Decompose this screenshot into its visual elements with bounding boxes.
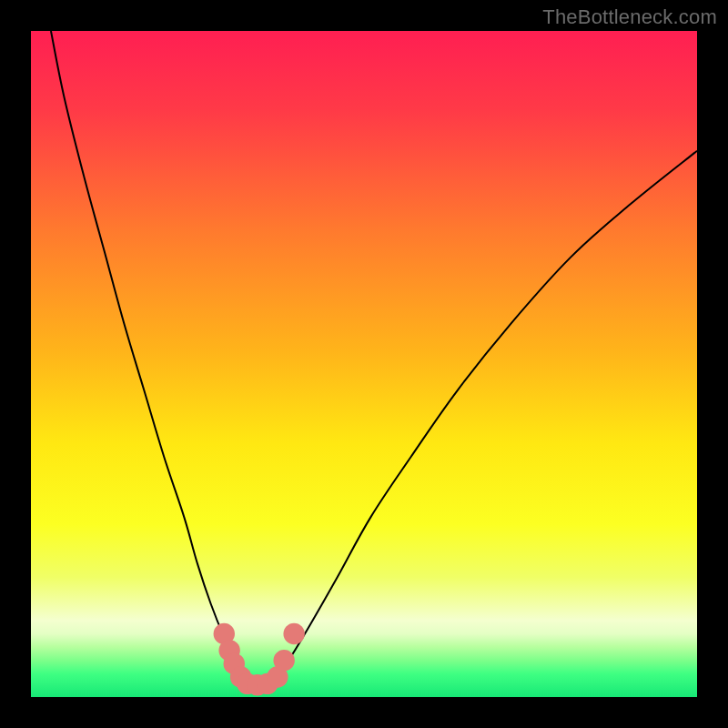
marker-dot: [283, 623, 304, 644]
marker-dot: [273, 650, 294, 671]
plot-area: [31, 31, 697, 697]
optimal-zone-markers: [214, 623, 305, 696]
bottleneck-curve: [51, 31, 697, 685]
chart-frame: TheBottleneck.com: [0, 0, 728, 728]
chart-svg: [31, 31, 697, 697]
attribution-label: TheBottleneck.com: [542, 5, 717, 29]
